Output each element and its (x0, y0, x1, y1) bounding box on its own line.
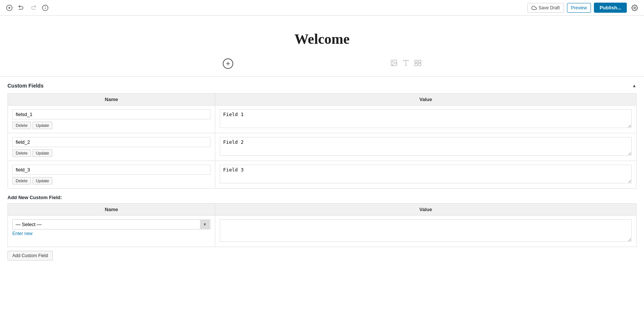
editor-area: Welcome (0, 16, 644, 77)
add-new-section: Add New Custom Field: Name Value — Selec… (7, 195, 637, 261)
field-name-input-0[interactable] (12, 109, 210, 119)
new-name-col-header: Name (8, 204, 215, 216)
update-button-2[interactable]: Update (33, 177, 52, 185)
delete-button-0[interactable]: Delete (12, 122, 31, 129)
new-value-col-header: Value (215, 204, 637, 216)
field-action-btns-1: Delete Update (12, 149, 210, 157)
gallery-icon[interactable] (414, 59, 422, 68)
add-new-label: Add New Custom Field: (7, 195, 637, 200)
svg-rect-16 (418, 63, 421, 66)
svg-point-6 (634, 7, 636, 9)
undo-icon (18, 4, 25, 11)
field-action-btns-0: Delete Update (12, 122, 210, 129)
collapse-button[interactable]: ▲ (632, 83, 637, 88)
delete-button-1[interactable]: Delete (12, 149, 31, 157)
settings-button[interactable] (630, 3, 640, 13)
new-field-row: — Select — ▼ Enter new (8, 216, 637, 247)
add-block-icon-btn[interactable] (4, 3, 14, 13)
enter-new-link[interactable]: Enter new (12, 231, 33, 236)
section-title: Custom Fields (7, 83, 43, 89)
field-value-cell-0: Field 1 (215, 106, 637, 133)
preview-button[interactable]: Preview (567, 3, 591, 13)
svg-rect-14 (418, 60, 421, 63)
svg-rect-13 (415, 60, 417, 63)
update-button-1[interactable]: Update (33, 149, 52, 157)
toolbar: Save Draft Preview Publish... (0, 0, 644, 16)
cloud-icon (531, 5, 537, 10)
field-name-input-2[interactable] (12, 165, 210, 175)
field-row: Delete Update Field 1 (8, 106, 637, 133)
info-button[interactable] (40, 3, 50, 13)
image-icon[interactable] (390, 59, 398, 68)
save-draft-label: Save Draft (539, 5, 560, 10)
add-custom-field-button[interactable]: Add Custom Field (7, 251, 53, 261)
field-action-btns-2: Delete Update (12, 177, 210, 185)
inline-format-icons (390, 59, 422, 68)
toolbar-left (4, 3, 527, 13)
field-row: Delete Update Field 3 (8, 161, 637, 189)
new-value-textarea[interactable] (220, 219, 632, 242)
gear-icon (631, 4, 638, 11)
new-value-cell (215, 216, 637, 247)
undo-button[interactable] (16, 3, 26, 13)
field-value-textarea-2[interactable]: Field 3 (220, 165, 632, 183)
field-name-cell-1: Delete Update (8, 133, 215, 161)
preview-label: Preview (571, 5, 587, 10)
redo-button[interactable] (28, 3, 38, 13)
svg-point-10 (392, 61, 393, 63)
new-field-table: Name Value — Select — ▼ Enter new (7, 203, 637, 247)
field-value-cell-1: Field 2 (215, 133, 637, 161)
page-title: Welcome (7, 31, 637, 47)
publish-button[interactable]: Publish... (594, 3, 627, 13)
redo-icon (30, 4, 37, 11)
field-name-cell-0: Delete Update (8, 106, 215, 133)
custom-fields-table: Name Value Delete Update Field 1 Delete … (7, 93, 637, 189)
select-wrapper: — Select — ▼ (12, 219, 210, 229)
svg-rect-15 (415, 63, 417, 66)
publish-label: Publish... (600, 5, 621, 10)
delete-button-2[interactable]: Delete (12, 177, 31, 185)
field-value-textarea-0[interactable]: Field 1 (220, 109, 632, 128)
editor-inline-toolbar (7, 58, 637, 69)
value-column-header: Value (215, 94, 637, 106)
new-name-cell: — Select — ▼ Enter new (8, 216, 215, 247)
custom-fields-section: Custom Fields ▲ Name Value Delete Update… (0, 77, 644, 267)
plus-circle-icon (6, 4, 13, 11)
field-value-textarea-1[interactable]: Field 2 (220, 137, 632, 156)
field-name-input-1[interactable] (12, 137, 210, 147)
add-block-inline-button[interactable] (223, 58, 233, 69)
field-value-cell-2: Field 3 (215, 161, 637, 189)
field-name-select[interactable]: — Select — (12, 219, 210, 229)
name-column-header: Name (8, 94, 215, 106)
save-draft-button[interactable]: Save Draft (527, 3, 564, 13)
update-button-0[interactable]: Update (33, 122, 52, 129)
plus-icon-inline (225, 61, 231, 67)
section-header: Custom Fields ▲ (7, 83, 637, 89)
toolbar-right: Save Draft Preview Publish... (527, 3, 640, 13)
info-icon (42, 4, 49, 11)
field-row: Delete Update Field 2 (8, 133, 637, 161)
text-size-icon[interactable] (402, 59, 410, 68)
field-name-cell-2: Delete Update (8, 161, 215, 189)
